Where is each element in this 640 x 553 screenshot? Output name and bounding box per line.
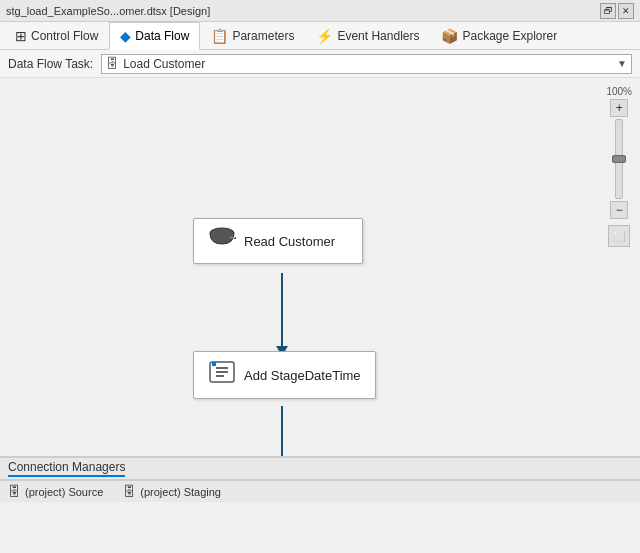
- close-button[interactable]: ✕: [618, 3, 634, 19]
- tab-package-explorer-label: Package Explorer: [462, 29, 557, 43]
- connection-managers-bar: Connection Managers: [0, 456, 640, 480]
- package-explorer-icon: 📦: [441, 28, 458, 44]
- toolbar-row: Data Flow Task: 🗄 Load Customer ▼: [0, 50, 640, 78]
- zoom-control: 100% + − ⬜: [606, 86, 632, 247]
- add-stage-label: Add StageDateTime: [244, 368, 361, 383]
- tab-control-flow[interactable]: ⊞ Control Flow: [4, 22, 109, 49]
- add-stage-icon: [208, 360, 236, 390]
- node-read-customer[interactable]: → Read Customer: [193, 218, 363, 264]
- title-bar-text: stg_load_ExampleSo...omer.dtsx [Design]: [6, 5, 600, 17]
- zoom-out-button[interactable]: −: [610, 201, 628, 219]
- tab-data-flow-label: Data Flow: [135, 29, 189, 43]
- flow-connectors-svg: [0, 78, 640, 456]
- tab-event-handlers[interactable]: ⚡ Event Handlers: [305, 22, 430, 49]
- node-add-stage[interactable]: Add StageDateTime: [193, 351, 376, 399]
- tab-event-handlers-label: Event Handlers: [337, 29, 419, 43]
- status-bar: 🗄 (project) Source 🗄 (project) Staging: [0, 480, 640, 502]
- tab-data-flow[interactable]: ◆ Data Flow: [109, 22, 200, 50]
- status-staging-label: (project) Staging: [140, 486, 221, 498]
- status-item-staging: 🗄 (project) Staging: [123, 484, 221, 499]
- title-bar-buttons: 🗗 ✕: [600, 3, 634, 19]
- tab-bar: ⊞ Control Flow ◆ Data Flow 📋 Parameters …: [0, 22, 640, 50]
- zoom-label: 100%: [606, 86, 632, 97]
- control-flow-icon: ⊞: [15, 28, 27, 44]
- parameters-icon: 📋: [211, 28, 228, 44]
- source-db-icon: 🗄: [8, 484, 21, 499]
- zoom-slider[interactable]: [615, 119, 623, 199]
- zoom-slider-thumb: [612, 155, 626, 163]
- staging-db-icon: 🗄: [123, 484, 136, 499]
- title-bar: stg_load_ExampleSo...omer.dtsx [Design] …: [0, 0, 640, 22]
- tab-control-flow-label: Control Flow: [31, 29, 98, 43]
- read-customer-label: Read Customer: [244, 234, 335, 249]
- svg-text:→: →: [228, 232, 236, 242]
- zoom-in-button[interactable]: +: [610, 99, 628, 117]
- select-db-icon: 🗄: [106, 56, 119, 71]
- tab-package-explorer[interactable]: 📦 Package Explorer: [430, 22, 568, 49]
- event-handlers-icon: ⚡: [316, 28, 333, 44]
- restore-button[interactable]: 🗗: [600, 3, 616, 19]
- status-source-label: (project) Source: [25, 486, 103, 498]
- data-flow-icon: ◆: [120, 28, 131, 44]
- connection-managers-tab[interactable]: Connection Managers: [8, 460, 125, 477]
- data-flow-task-select[interactable]: 🗄 Load Customer ▼: [101, 54, 632, 74]
- tab-parameters[interactable]: 📋 Parameters: [200, 22, 305, 49]
- read-customer-icon: →: [208, 227, 236, 255]
- select-value: Load Customer: [123, 57, 617, 71]
- main-canvas: → Read Customer Add StageDateTime ← W: [0, 78, 640, 456]
- data-flow-task-label: Data Flow Task:: [8, 57, 93, 71]
- zoom-fit-button[interactable]: ⬜: [608, 225, 630, 247]
- fit-icon: ⬜: [613, 231, 625, 242]
- tab-parameters-label: Parameters: [232, 29, 294, 43]
- status-item-source: 🗄 (project) Source: [8, 484, 103, 499]
- select-arrow-icon: ▼: [617, 58, 627, 69]
